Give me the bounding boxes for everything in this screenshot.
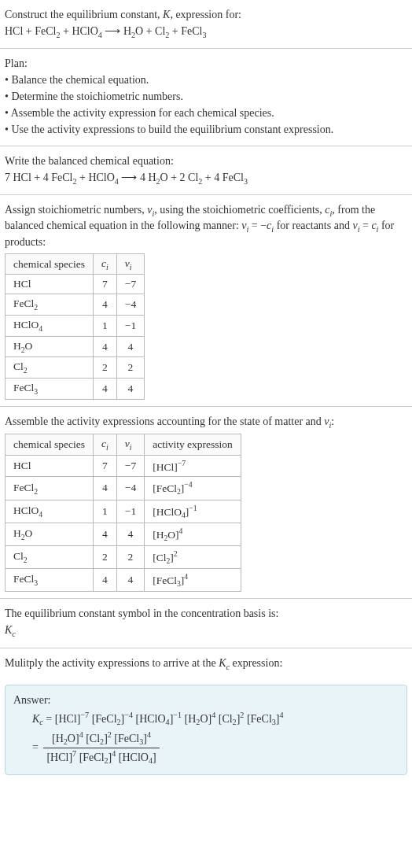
t: [FeCl (112, 733, 139, 744)
table-row: HCl7−7 (6, 275, 145, 294)
t: [HClO (116, 752, 149, 763)
cell-ci: 2 (94, 357, 117, 379)
assign-text: Assign stoichiometric numbers, νi, using… (5, 203, 407, 250)
cell-ci: 4 (94, 477, 117, 500)
equals: = (32, 741, 41, 753)
t: O] (200, 713, 212, 725)
multiply-section: Mulitply the activity expressions to arr… (0, 648, 412, 680)
activity-section: Assemble the activity expressions accoun… (0, 407, 412, 600)
sub: i (130, 443, 132, 452)
cell-species: Cl2 (6, 545, 94, 568)
sup: −7 (80, 711, 89, 719)
cell-ci: 1 (94, 316, 117, 337)
cell-vi: 4 (116, 379, 144, 400)
t: H (123, 25, 131, 37)
t: K (32, 713, 39, 725)
table-row: HClO41−1[HClO4]−1 (6, 500, 241, 523)
th-species: chemical species (6, 434, 94, 456)
balanced-title: Write the balanced chemical equation: (5, 154, 407, 169)
plan-bullet: • Determine the stoichiometric numbers. (5, 90, 407, 105)
cell-vi: 4 (116, 336, 144, 357)
cell-species: H2O (6, 336, 94, 357)
th-vi: νi (116, 434, 144, 456)
th-species: chemical species (6, 253, 94, 275)
t: + 4 FeCl (202, 172, 244, 183)
sub: i (130, 262, 132, 271)
cell-vi: −7 (116, 455, 144, 477)
cell-ci: 2 (94, 545, 117, 568)
t: expression: (230, 657, 282, 669)
cell-vi: −1 (116, 316, 144, 337)
cell-ci: 7 (94, 275, 117, 294)
answer-section: Answer: Kc = [HCl]−7 [FeCl2]−4 [HClO4]−1… (5, 685, 407, 775)
t: [HClO (133, 713, 166, 725)
numerator: [H2O]4 [Cl2]2 [FeCl3]4 (43, 729, 159, 748)
cell-vi: 2 (116, 545, 144, 568)
table-row: FeCl344 (6, 379, 145, 400)
symbol-line1: The equilibrium constant symbol in the c… (5, 607, 407, 622)
t: K (5, 624, 12, 636)
intro-section: Construct the equilibrium constant, K, e… (0, 0, 412, 49)
cell-ci: 4 (94, 523, 117, 545)
sub: 3 (202, 31, 206, 39)
t: [H (52, 733, 64, 744)
t: 4 H (140, 172, 156, 183)
t: [H (182, 713, 196, 725)
cell-ci: 4 (94, 379, 117, 400)
t: + FeCl (169, 25, 202, 37)
th-ci: ci (94, 434, 117, 456)
cell-species: FeCl3 (6, 379, 94, 400)
cell-species: HClO4 (6, 500, 94, 523)
t: O] (68, 733, 79, 744)
t: [Cl (83, 733, 100, 744)
cell-vi: −4 (116, 477, 144, 500)
symbol-kc: Kc (5, 623, 407, 639)
cell-ci: 7 (94, 455, 117, 477)
t: O + 2 Cl (160, 172, 199, 183)
assign-section: Assign stoichiometric numbers, νi, using… (0, 195, 412, 407)
t: [FeCl (244, 713, 271, 725)
cell-species: HCl (6, 455, 94, 477)
fraction: [H2O]4 [Cl2]2 [FeCl3]4 [HCl]7 [FeCl2]4 [… (43, 729, 159, 766)
symbol-section: The equilibrium constant symbol in the c… (0, 599, 412, 648)
t: = (43, 713, 55, 725)
t: [Cl (215, 713, 232, 725)
t: = − (248, 220, 267, 231)
cell-vi: −7 (116, 275, 144, 294)
sub: c (12, 630, 15, 638)
t: 7 HCl + 4 FeCl (5, 172, 72, 183)
t: Construct the equilibrium constant, (5, 9, 163, 20)
stoich-table: chemical species ci νi HCl7−7FeCl24−4HCl… (5, 253, 145, 400)
cell-species: HCl (6, 275, 94, 294)
table-row: Cl222 (6, 357, 145, 379)
table-row: FeCl344[FeCl3]4 (6, 569, 241, 592)
answer-label: Answer: (13, 693, 399, 708)
cell-species: FeCl2 (6, 477, 94, 500)
table-header-row: chemical species ci νi activity expressi… (6, 434, 241, 456)
cell-activity: [Cl2]2 (145, 545, 241, 568)
balanced-equation: 7 HCl + 4 FeCl2 + HClO4 ⟶ 4 H2O + 2 Cl2 … (5, 171, 407, 187)
t: = (359, 220, 371, 231)
t: Assign stoichiometric numbers, (5, 204, 147, 216)
t: ] (153, 752, 156, 763)
th-activity: activity expression (145, 434, 241, 456)
denominator: [HCl]7 [FeCl2]4 [HClO4] (43, 748, 159, 766)
t: [FeCl (76, 752, 104, 763)
table-row: FeCl24−4 (6, 294, 145, 316)
cell-vi: 2 (116, 357, 144, 379)
answer-fraction: = [H2O]4 [Cl2]2 [FeCl3]4 [HCl]7 [FeCl2]4… (13, 729, 399, 766)
activity-table: chemical species ci νi activity expressi… (5, 434, 241, 592)
t: [HCl] (46, 752, 72, 763)
unbalanced-equation: HCl + FeCl2 + HClO4 ⟶ H2O + Cl2 + FeCl3 (5, 24, 407, 40)
sub: 3 (244, 176, 248, 185)
table-row: H2O44 (6, 336, 145, 357)
t: [HCl] (55, 713, 81, 725)
table-row: HClO41−1 (6, 316, 145, 337)
arrow: ⟶ (102, 25, 123, 37)
th-ci: ci (94, 253, 117, 275)
sub: i (106, 443, 109, 452)
cell-species: FeCl3 (6, 569, 94, 592)
cell-species: Cl2 (6, 357, 94, 379)
t: , using the stoichiometric coefficients, (154, 204, 325, 216)
kvar: K (163, 9, 170, 20)
